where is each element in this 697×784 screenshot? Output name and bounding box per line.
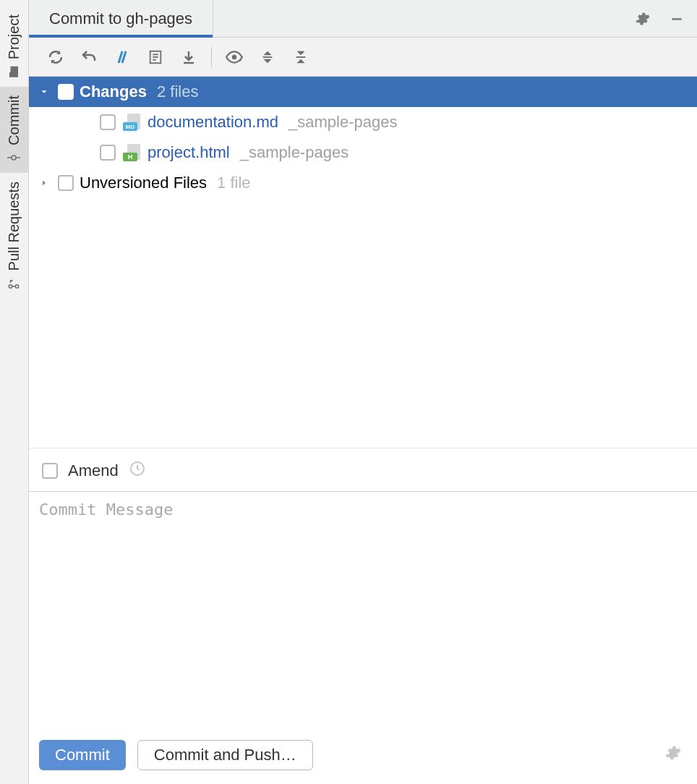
file-row[interactable]: H project.html _sample-pages: [29, 137, 697, 168]
history-button[interactable]: [129, 460, 146, 481]
changes-count: 2 files: [157, 82, 198, 101]
svg-point-0: [12, 155, 17, 160]
file-path: _sample-pages: [240, 143, 348, 162]
file-path: _sample-pages: [288, 113, 397, 132]
tab-bar: Commit to gh-pages: [29, 0, 697, 38]
button-bar: Commit Commit and Push…: [29, 730, 697, 784]
gear-icon: [634, 11, 650, 27]
amend-checkbox[interactable]: [42, 463, 58, 479]
svg-point-3: [9, 285, 13, 289]
tool-window-sidebar: Project Commit Pull Requests: [0, 0, 29, 784]
file-name: documentation.md: [147, 113, 278, 132]
settings-button[interactable]: [628, 4, 657, 33]
svg-rect-5: [672, 18, 681, 20]
svg-point-11: [232, 54, 237, 59]
commit-options-button[interactable]: [658, 738, 687, 771]
commit-button[interactable]: Commit: [39, 740, 126, 770]
eye-icon: [225, 48, 244, 67]
sidebar-tab-pull-requests[interactable]: Pull Requests: [0, 173, 28, 298]
expand-icon: [260, 49, 275, 65]
diff-button[interactable]: [107, 42, 137, 72]
history-icon: [129, 460, 146, 477]
chevron-right-icon[interactable]: [36, 178, 52, 188]
hide-button[interactable]: [662, 4, 691, 33]
sidebar-label: Project: [6, 14, 22, 59]
shelve-icon: [180, 48, 197, 66]
changelist-icon: [147, 49, 163, 65]
changes-label: Changes: [80, 82, 147, 101]
unversioned-label: Unversioned Files: [80, 174, 207, 192]
file-checkbox[interactable]: [100, 145, 116, 161]
unversioned-node[interactable]: Unversioned Files 1 file: [29, 168, 697, 198]
markdown-file-icon: MD: [123, 114, 140, 131]
refresh-icon: [47, 48, 64, 66]
minimize-icon: [670, 12, 684, 26]
chevron-down-icon[interactable]: [36, 87, 52, 97]
html-file-icon: H: [123, 144, 140, 161]
amend-bar: Amend: [29, 448, 697, 492]
sidebar-label: Pull Requests: [6, 182, 22, 270]
sidebar-tab-commit[interactable]: Commit: [0, 87, 28, 173]
rollback-button[interactable]: [74, 42, 104, 72]
commit-and-push-button[interactable]: Commit and Push…: [137, 740, 313, 770]
show-options-button[interactable]: [219, 42, 249, 72]
unversioned-count: 1 file: [217, 174, 250, 192]
collapse-icon: [293, 49, 309, 65]
svg-point-4: [16, 285, 20, 289]
sidebar-label: Commit: [6, 95, 22, 145]
separator: [211, 47, 212, 67]
folder-icon: [8, 65, 21, 78]
changes-tree: Changes 2 files MD documentation.md _sam…: [29, 77, 697, 448]
amend-label: Amend: [68, 461, 119, 480]
gear-icon: [664, 744, 681, 762]
file-name: project.html: [147, 143, 230, 162]
toolbar: [29, 38, 697, 77]
commit-message-input[interactable]: [39, 500, 687, 717]
tab-title: Commit to gh-pages: [49, 9, 192, 28]
commit-icon: [8, 151, 21, 164]
shelve-button[interactable]: [174, 42, 204, 72]
tab-commit-branch[interactable]: Commit to gh-pages: [29, 0, 213, 38]
undo-icon: [80, 48, 98, 66]
refresh-button[interactable]: [40, 42, 71, 72]
pull-request-icon: [8, 277, 21, 290]
changes-checkbox[interactable]: [58, 84, 74, 100]
changes-node[interactable]: Changes 2 files: [29, 77, 697, 107]
expand-all-button[interactable]: [252, 42, 283, 72]
sidebar-tab-project[interactable]: Project: [0, 6, 28, 87]
unversioned-checkbox[interactable]: [58, 175, 74, 191]
file-checkbox[interactable]: [100, 114, 116, 130]
commit-message-area: [29, 492, 697, 730]
file-row[interactable]: MD documentation.md _sample-pages: [29, 107, 697, 137]
diff-icon: [114, 48, 131, 66]
commit-tool-window: Commit to gh-pages: [29, 0, 697, 784]
collapse-all-button[interactable]: [286, 42, 316, 72]
changelist-button[interactable]: [140, 42, 171, 72]
